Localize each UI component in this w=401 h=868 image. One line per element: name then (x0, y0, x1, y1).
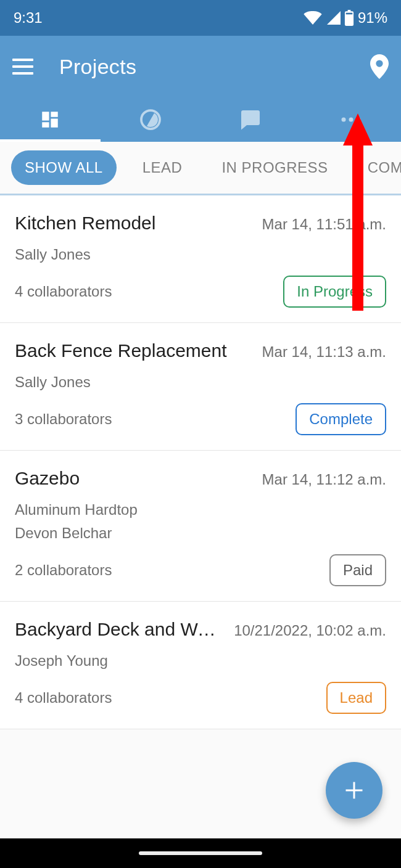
page-title: Projects (59, 55, 370, 79)
menu-button[interactable] (12, 54, 37, 79)
project-subtitle: Aluminum Hardtop (15, 501, 386, 518)
tab-messages[interactable] (200, 97, 301, 142)
filter-in-progress[interactable]: IN PROGRESS (208, 150, 341, 185)
project-collaborators: 4 collaborators (15, 689, 112, 706)
project-title: Gazebo (15, 468, 254, 489)
project-status-badge: Complete (296, 403, 386, 435)
tab-dashboard[interactable] (0, 97, 101, 142)
project-subtitle: Sally Jones (15, 374, 386, 391)
signal-icon (326, 11, 341, 25)
project-list[interactable]: Kitchen RemodelMar 14, 11:51 a.m.Sally J… (0, 195, 401, 838)
tab-indicator (0, 139, 101, 142)
project-collaborators: 2 collaborators (15, 562, 112, 579)
status-bar: 9:31 91% (0, 0, 401, 36)
project-card[interactable]: GazeboMar 14, 11:12 a.m.Aluminum Hardtop… (0, 451, 401, 602)
project-subtitle: Devon Belchar (15, 525, 386, 542)
project-date: Mar 14, 11:12 a.m. (262, 471, 386, 488)
svg-point-4 (356, 118, 360, 122)
tab-more[interactable] (301, 97, 402, 142)
svg-point-3 (349, 118, 353, 122)
battery-icon (344, 10, 354, 26)
project-subtitle: Sally Jones (15, 246, 386, 263)
plus-icon (343, 779, 365, 801)
filter-bar: SHOW ALL LEAD IN PROGRESS COMPLETE PAID (0, 142, 401, 195)
project-title: Back Fence Replacement (15, 340, 254, 361)
filter-show-all[interactable]: SHOW ALL (11, 150, 117, 185)
nav-handle[interactable] (139, 851, 262, 855)
project-date: 10/21/2022, 10:02 a.m. (234, 622, 386, 639)
wifi-icon (304, 11, 322, 25)
project-status-badge: Lead (326, 682, 386, 714)
project-date: Mar 14, 11:51 a.m. (262, 216, 386, 233)
project-status-badge: Paid (329, 554, 386, 586)
project-date: Mar 14, 11:13 a.m. (262, 343, 386, 361)
project-collaborators: 3 collaborators (15, 411, 112, 428)
status-time: 9:31 (14, 9, 43, 27)
project-subtitle: Joseph Young (15, 652, 386, 669)
more-icon (340, 117, 362, 123)
add-project-button[interactable] (326, 762, 382, 819)
app-bar: Projects (0, 36, 401, 97)
project-card[interactable]: Kitchen RemodelMar 14, 11:51 a.m.Sally J… (0, 195, 401, 323)
phone-frame: 9:31 91% Projects (0, 0, 401, 868)
svg-rect-0 (346, 13, 353, 15)
project-card[interactable]: Back Fence ReplacementMar 14, 11:13 a.m.… (0, 323, 401, 451)
svg-point-2 (341, 118, 345, 122)
project-title: Kitchen Remodel (15, 213, 254, 234)
project-title: Backyard Deck and Walk… (15, 619, 225, 640)
project-collaborators: 4 collaborators (15, 283, 112, 300)
chat-icon (239, 108, 262, 131)
status-icons: 91% (304, 9, 387, 27)
system-nav-bar (0, 838, 401, 868)
progress-icon (139, 108, 162, 131)
tabs-row (0, 97, 401, 142)
location-button[interactable] (370, 54, 389, 79)
tab-progress[interactable] (101, 97, 201, 142)
project-status-badge: In Progress (283, 276, 386, 308)
filter-complete[interactable]: COMPLETE (354, 150, 401, 185)
filter-lead[interactable]: LEAD (129, 150, 196, 185)
dashboard-icon (39, 109, 60, 130)
battery-percent: 91% (358, 9, 387, 27)
project-card[interactable]: Backyard Deck and Walk…10/21/2022, 10:02… (0, 602, 401, 729)
